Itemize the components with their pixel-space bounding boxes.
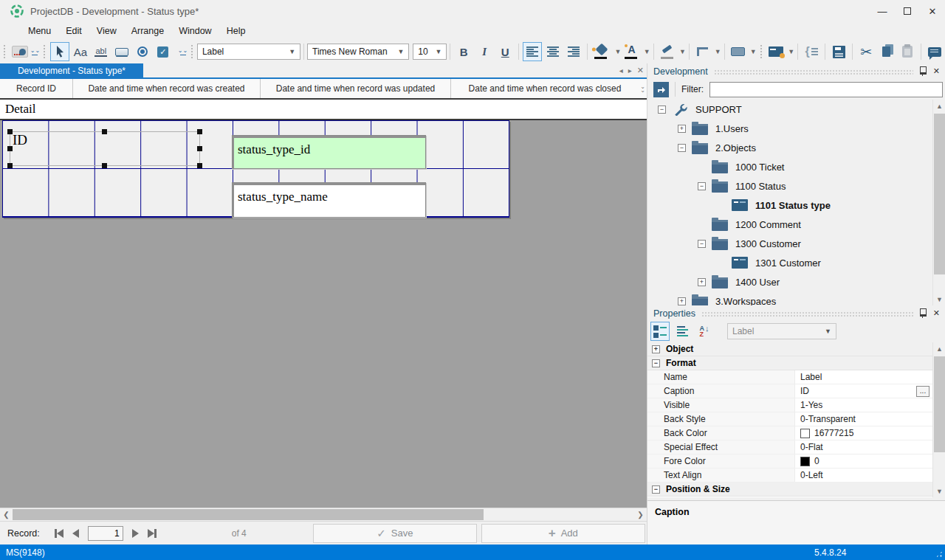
maximize-button[interactable]: [895, 1, 920, 21]
group-toggle[interactable]: +: [652, 345, 660, 353]
tab-scroll-right-icon[interactable]: ▸: [628, 66, 632, 75]
radio-tool-button[interactable]: [133, 42, 152, 61]
tree-toggle[interactable]: +: [698, 278, 706, 286]
align-right-button[interactable]: [564, 42, 583, 61]
property-row-name[interactable]: Name Label ...: [647, 370, 932, 384]
detail-section-bar[interactable]: Detail: [0, 98, 647, 120]
tab-development-status-type[interactable]: Development - Status type*: [0, 63, 143, 77]
menu-item-help[interactable]: Help: [219, 24, 253, 38]
menu-item-view[interactable]: View: [89, 24, 124, 38]
tree-item-2-objects[interactable]: − 2.Objects: [647, 138, 932, 157]
record-number-input[interactable]: [88, 526, 123, 541]
property-row-format[interactable]: − Format: [647, 356, 932, 370]
tree-item-1-users[interactable]: + 1.Users: [647, 119, 932, 138]
properties-scrollbar[interactable]: ▲ ▼: [932, 342, 945, 497]
tree-toggle[interactable]: +: [678, 297, 686, 305]
save-record-button[interactable]: ✓ Save: [313, 524, 477, 543]
design-grid[interactable]: ID status_type_id status_type_name: [2, 120, 509, 218]
property-value[interactable]: 0-Flat ...: [795, 440, 932, 454]
object-selector-combo[interactable]: Label ▼: [727, 323, 836, 339]
control-type-combo[interactable]: Label▼: [197, 44, 300, 60]
tree-toggle[interactable]: −: [678, 144, 686, 152]
panel-drag-area[interactable]: [701, 311, 913, 317]
chevron-down-icon[interactable]: ▼: [614, 48, 621, 55]
tab-close-icon[interactable]: ✕: [637, 66, 644, 75]
tree-item-1000-ticket[interactable]: 1000 Ticket: [647, 157, 932, 176]
image-tool-button[interactable]: [10, 42, 30, 61]
property-value[interactable]: 1-Yes ...: [795, 398, 932, 412]
panel-close-icon[interactable]: ✕: [933, 308, 940, 318]
font-color-button[interactable]: A: [622, 42, 641, 61]
tree-item-1400-user[interactable]: + 1400 User: [647, 272, 932, 291]
chevron-down-icon[interactable]: ▼: [750, 48, 757, 55]
property-row-back-style[interactable]: Back Style 0-Transparent ...: [647, 412, 932, 426]
group-toggle[interactable]: −: [652, 359, 660, 367]
label-tool-button[interactable]: Aa: [71, 42, 90, 61]
tab-scroll-left-icon[interactable]: ◂: [619, 66, 623, 75]
align-left-button[interactable]: [523, 42, 542, 61]
save-button[interactable]: [829, 42, 848, 61]
last-record-button[interactable]: [143, 529, 161, 538]
shape-button[interactable]: [729, 42, 748, 61]
tree-item-1300-customer[interactable]: − 1300 Customer: [647, 234, 932, 253]
chevron-down-icon[interactable]: ▼: [788, 48, 794, 55]
scrollbar-thumb[interactable]: [934, 114, 945, 274]
align-center-button[interactable]: [543, 42, 563, 61]
first-record-button[interactable]: [50, 529, 68, 538]
paste-button[interactable]: [898, 42, 917, 61]
tree-item-1100-status[interactable]: − 1100 Status: [647, 176, 932, 196]
selection-handle[interactable]: [197, 163, 202, 168]
tree-scrollbar[interactable]: ▲ ▼: [932, 100, 945, 305]
chevron-down-icon[interactable]: ▼: [679, 48, 686, 55]
scroll-right-arrow-icon[interactable]: ❯: [634, 508, 647, 521]
tree-toggle[interactable]: −: [658, 106, 666, 114]
underline-button[interactable]: U: [495, 42, 515, 61]
tree-toggle[interactable]: −: [698, 182, 706, 190]
scroll-down-arrow-icon[interactable]: ▼: [933, 293, 945, 305]
menu-item-arrange[interactable]: Arrange: [124, 24, 171, 38]
selection-handle[interactable]: [197, 129, 202, 134]
toolbar-grip[interactable]: [43, 44, 47, 59]
selection-handle[interactable]: [7, 163, 13, 168]
resize-grip[interactable]: [935, 550, 943, 558]
tree-item-3-workspaces[interactable]: + 3.Workspaces: [647, 291, 932, 305]
selected-id-label[interactable]: ID: [10, 131, 200, 166]
border-corner-button[interactable]: [693, 42, 712, 61]
ellipsis-button[interactable]: ...: [916, 386, 929, 397]
scrollbar-thumb[interactable]: [934, 356, 945, 452]
button-tool-button[interactable]: [112, 42, 131, 61]
selection-handle[interactable]: [102, 129, 107, 134]
sort-az-button[interactable]: AZ↓: [695, 322, 714, 341]
font-size-combo[interactable]: 10▼: [413, 44, 447, 60]
menu-item-window[interactable]: Window: [171, 24, 219, 38]
property-row-fore-color[interactable]: Fore Color 0 ...: [647, 454, 932, 469]
selection-handle[interactable]: [102, 163, 107, 168]
selection-handle[interactable]: [7, 146, 13, 151]
tree-item-support[interactable]: − SUPPORT: [647, 100, 932, 119]
italic-button[interactable]: I: [475, 42, 494, 61]
property-value[interactable]: 16777215 ...: [795, 426, 932, 440]
property-value[interactable]: 0-Transparent ...: [795, 412, 932, 426]
cut-button[interactable]: ✂: [856, 42, 876, 61]
property-row-caption[interactable]: Caption ID ...: [647, 384, 932, 398]
column-header-updated[interactable]: Date and time when record was updated: [261, 79, 451, 98]
property-row-visible[interactable]: Visible 1-Yes ...: [647, 398, 932, 412]
copy-button[interactable]: [877, 42, 896, 61]
toolbar-grip[interactable]: [760, 44, 763, 59]
tree-item-1101-status-type[interactable]: 1101 Status type: [647, 196, 932, 215]
property-value[interactable]: 0-Left ...: [795, 469, 932, 482]
pin-icon[interactable]: [919, 66, 926, 76]
tree-toggle[interactable]: −: [698, 240, 706, 248]
goto-object-button[interactable]: [653, 82, 669, 97]
select-pointer-button[interactable]: [50, 42, 69, 61]
tree-item-1301-customer[interactable]: 1301 Customer: [647, 253, 932, 272]
header-overflow-icon[interactable]: ⌄⌄: [639, 85, 647, 92]
panel-drag-area[interactable]: [714, 69, 913, 75]
toolbar-grip[interactable]: [3, 44, 7, 59]
menu-item-menu[interactable]: Menu: [21, 24, 58, 38]
list-view-button[interactable]: [673, 322, 692, 341]
scroll-left-arrow-icon[interactable]: ❮: [0, 508, 13, 521]
column-header-record-id[interactable]: Record ID: [0, 79, 73, 98]
selection-handle[interactable]: [197, 146, 202, 151]
form-history-button[interactable]: [766, 42, 786, 61]
